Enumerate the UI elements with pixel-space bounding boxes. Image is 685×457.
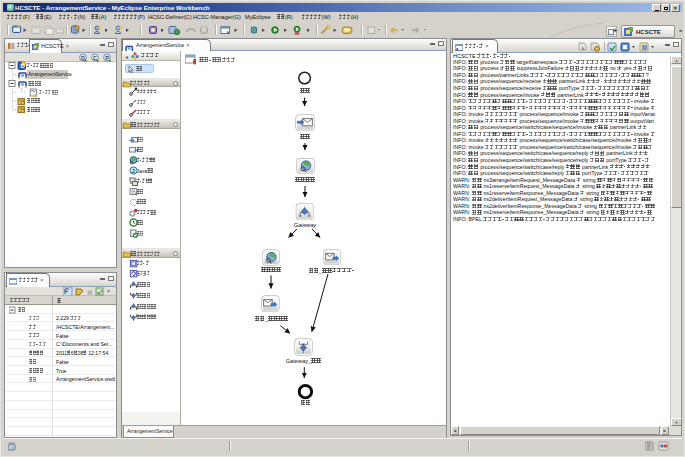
svg-text:C: C	[93, 55, 97, 61]
svg-text:D: D	[81, 55, 85, 61]
svg-text:▦: ▦	[87, 289, 93, 295]
svg-text:D: D	[20, 63, 25, 69]
svg-text:J: J	[131, 168, 134, 174]
